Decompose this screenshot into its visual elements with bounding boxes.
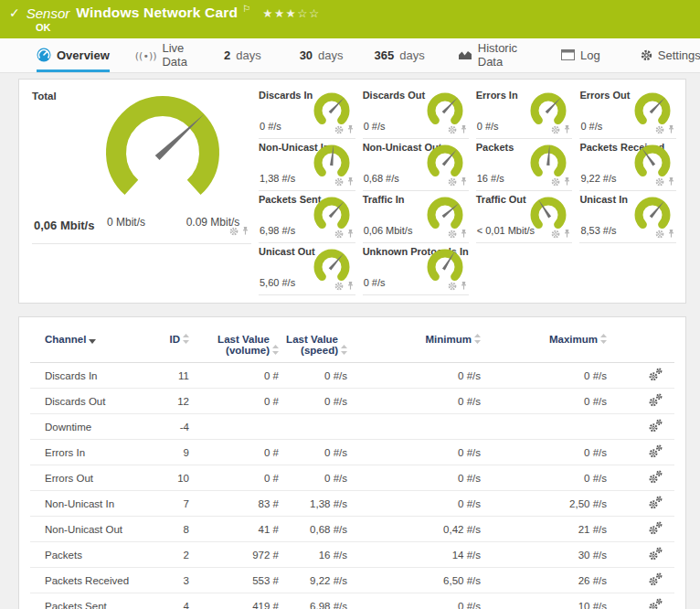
gauge-settings-icon[interactable] xyxy=(448,282,457,291)
gauge-settings-icon[interactable] xyxy=(229,227,239,236)
channel-settings-button[interactable] xyxy=(648,470,663,484)
cell-last-value-speed: 16 #/s xyxy=(279,550,347,561)
column-header-vol[interactable]: Last Value(volume) xyxy=(189,334,279,356)
gauge-settings-icon[interactable] xyxy=(551,125,560,134)
pin-icon[interactable] xyxy=(563,124,571,134)
gauge-settings-icon[interactable] xyxy=(655,230,664,239)
tab-overview[interactable]: Overview xyxy=(37,38,110,72)
channel-table: ChannelIDLast Value(volume)Last Value(sp… xyxy=(30,330,674,609)
channel-settings-button[interactable] xyxy=(648,496,663,509)
gauge-cell-icons xyxy=(334,176,355,187)
channel-settings-button[interactable] xyxy=(648,572,663,586)
gauge-settings-icon[interactable] xyxy=(655,125,664,134)
channel-table-panel: ChannelIDLast Value(volume)Last Value(sp… xyxy=(18,316,686,609)
cell-minimum: 0 #/s xyxy=(347,396,481,407)
table-row-downtime[interactable]: Downtime-4 xyxy=(30,414,674,440)
column-header-speed[interactable]: Last Value(speed) xyxy=(279,334,347,356)
gauge-cell-packets-sent[interactable]: Packets Sent6,98 #/s xyxy=(259,191,355,243)
cell-minimum: 0 #/s xyxy=(347,447,481,458)
tab-live-data[interactable]: ((•))Live Data xyxy=(135,38,187,72)
cell-maximum: 30 #/s xyxy=(481,550,607,561)
gauge-cell-discards-out[interactable]: Discards Out0 #/s xyxy=(363,87,469,139)
gauge-cell-traffic-out[interactable]: Traffic Out< 0,01 Mbit/s xyxy=(476,191,573,243)
gauge-cell-non-unicast-in[interactable]: Non-Unicast In1,38 #/s xyxy=(259,139,355,191)
channel-settings-button[interactable] xyxy=(648,419,663,433)
channel-settings-button[interactable] xyxy=(648,393,663,407)
gauge-settings-icon[interactable] xyxy=(334,230,344,239)
tab-historic-data[interactable]: Historic Data xyxy=(458,38,517,72)
gauge-cell-icons xyxy=(448,176,468,187)
pin-icon[interactable] xyxy=(346,281,355,291)
gauge-cell-non-unicast-out[interactable]: Non-Unicast Out0,68 #/s xyxy=(363,139,469,191)
gauge-settings-icon[interactable] xyxy=(551,230,560,239)
pin-icon[interactable] xyxy=(460,124,468,134)
pin-icon[interactable] xyxy=(667,124,675,134)
gauge-cell-errors-out[interactable]: Errors Out0 #/s xyxy=(579,87,676,139)
pin-icon[interactable] xyxy=(460,176,468,187)
table-row-discards-out[interactable]: Discards Out120 #0 #/s0 #/s0 #/s xyxy=(30,389,674,414)
pin-icon[interactable] xyxy=(667,176,675,187)
table-row-non-unicast-out[interactable]: Non-Unicast Out841 #0,68 #/s0,42 #/s21 #… xyxy=(30,517,674,542)
cell-last-value-volume: 0 # xyxy=(189,370,279,381)
pin-icon[interactable] xyxy=(460,229,468,239)
gauge-cell-traffic-in[interactable]: Traffic In0,06 Mbit/s xyxy=(363,191,469,243)
table-row-packets-sent[interactable]: Packets Sent4419 #6,98 #/s0 #/s10 #/s xyxy=(30,593,674,609)
channel-settings-button[interactable] xyxy=(648,444,663,458)
column-header-channel[interactable]: Channel xyxy=(30,334,145,345)
table-row-discards-in[interactable]: Discards In110 #0 #/s0 #/s0 #/s xyxy=(30,363,674,389)
cell-minimum: 0 #/s xyxy=(347,473,481,484)
pin-icon[interactable] xyxy=(346,124,355,134)
gauge-settings-icon[interactable] xyxy=(334,125,344,134)
tab-settings[interactable]: Settings xyxy=(641,38,700,72)
tab-30-days[interactable]: 30days xyxy=(300,38,344,72)
gauge-cell-errors-in[interactable]: Errors In0 #/s xyxy=(476,87,573,139)
gauge-cell-discards-in[interactable]: Discards In0 #/s xyxy=(259,87,355,139)
gauge-cell-unicast-in[interactable]: Unicast In8,53 #/s xyxy=(579,191,676,243)
table-row-packets-received[interactable]: Packets Received3553 #9,22 #/s6,50 #/s26… xyxy=(30,568,674,593)
gauge-settings-icon[interactable] xyxy=(334,282,344,291)
gauge-settings-icon[interactable] xyxy=(448,177,457,187)
channel-settings-button[interactable] xyxy=(648,521,663,535)
gauge-settings-icon[interactable] xyxy=(448,230,457,239)
gauge-cell-icons xyxy=(551,176,571,187)
gauge-settings-icon[interactable] xyxy=(334,177,344,187)
gauge-cell-total[interactable]: Total 0 Mbit/s 0.09 Mbit/s 0,06 Mbit/s xyxy=(32,87,251,244)
gauge-value: 1,38 #/s xyxy=(260,173,295,184)
gauge-settings-icon[interactable] xyxy=(551,177,560,187)
column-header-max[interactable]: Maximum xyxy=(481,334,607,345)
pin-icon[interactable] xyxy=(346,229,355,239)
pin-icon[interactable] xyxy=(241,226,249,236)
cell-channel: Packets Received xyxy=(30,575,145,586)
tab-2-days[interactable]: 2days xyxy=(224,38,261,72)
cell-minimum: 0,42 #/s xyxy=(347,524,481,535)
gauge-value: 8,53 #/s xyxy=(580,225,616,236)
gauge-cell-packets[interactable]: Packets16 #/s xyxy=(476,139,573,191)
tab-365-days[interactable]: 365days xyxy=(375,38,425,72)
gauge-cell-unicast-out[interactable]: Unicast Out5,60 #/s xyxy=(259,243,355,295)
channel-settings-button[interactable] xyxy=(648,598,663,609)
gauge-settings-icon[interactable] xyxy=(448,125,457,134)
table-row-errors-in[interactable]: Errors In90 #0 #/s0 #/s0 #/s xyxy=(30,440,674,465)
gauge-cell-unknown-protocols-in[interactable]: Unknown Protocols In0 #/s xyxy=(363,243,469,295)
gauge-cell-packets-received[interactable]: Packets Received9,22 #/s xyxy=(579,139,676,191)
table-row-errors-out[interactable]: Errors Out100 #0 #/s0 #/s0 #/s xyxy=(30,465,674,491)
pin-icon[interactable] xyxy=(563,176,571,187)
table-row-packets[interactable]: Packets2972 #16 #/s14 #/s30 #/s xyxy=(30,542,674,568)
priority-stars[interactable]: ★★★☆☆ xyxy=(262,6,321,20)
gauge-settings-icon[interactable] xyxy=(655,177,664,187)
column-header-id[interactable]: ID xyxy=(145,334,189,345)
column-label: Last Value xyxy=(217,334,270,345)
channel-settings-button[interactable] xyxy=(648,547,663,561)
pin-icon[interactable] xyxy=(460,281,468,291)
priority-flag-icon[interactable]: ⚐ xyxy=(242,4,250,14)
pin-icon[interactable] xyxy=(667,229,675,239)
cell-last-value-volume: 83 # xyxy=(189,498,279,509)
tab-log[interactable]: Log xyxy=(561,38,600,72)
cell-channel: Errors Out xyxy=(30,473,145,484)
cell-channel: Downtime xyxy=(30,422,145,433)
pin-icon[interactable] xyxy=(563,229,571,239)
pin-icon[interactable] xyxy=(346,176,355,187)
channel-settings-button[interactable] xyxy=(648,368,663,381)
table-row-non-unicast-in[interactable]: Non-Unicast In783 #1,38 #/s0 #/s2,50 #/s xyxy=(30,491,674,517)
column-header-min[interactable]: Minimum xyxy=(347,334,481,345)
